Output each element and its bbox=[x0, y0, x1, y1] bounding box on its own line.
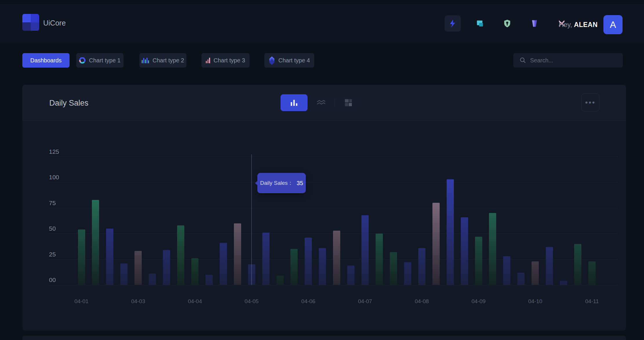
card-menu-button[interactable]: ••• bbox=[581, 93, 599, 111]
app-logo[interactable] bbox=[22, 14, 39, 31]
donut-chart-icon bbox=[79, 57, 85, 64]
x-axis-tick-label: 04-06 bbox=[294, 298, 323, 305]
x-axis-tick-label: 04-03 bbox=[124, 298, 153, 305]
nav-chart-type-1-label: Chart type 1 bbox=[89, 57, 121, 64]
search-input[interactable] bbox=[530, 57, 611, 64]
avatar[interactable]: A bbox=[603, 15, 623, 34]
next-card-sliver bbox=[22, 336, 626, 340]
y-gridline bbox=[49, 208, 618, 208]
stacked-layers-icon bbox=[269, 57, 275, 64]
chart-bar[interactable] bbox=[461, 217, 468, 285]
y-gridline bbox=[49, 182, 618, 182]
chart-bar[interactable] bbox=[347, 265, 354, 285]
nav-chart-type-1[interactable]: Chart type 1 bbox=[76, 53, 123, 68]
y-axis-tick-label: 00 bbox=[49, 276, 69, 283]
chart-bar[interactable] bbox=[390, 252, 397, 285]
layers-teal-icon[interactable] bbox=[472, 15, 488, 32]
nav-dashboards-label: Dashboards bbox=[30, 57, 62, 64]
y-axis-tick-label: 75 bbox=[49, 200, 69, 207]
tooltip-label: Daily Sales： bbox=[260, 179, 293, 187]
logo-quadrant bbox=[31, 22, 39, 31]
x-axis-tick-label: 04-08 bbox=[407, 298, 436, 305]
chart-bar[interactable] bbox=[376, 234, 383, 285]
y-axis-tick-label: 50 bbox=[49, 225, 69, 232]
chart-bar[interactable] bbox=[134, 251, 142, 285]
chart-bar[interactable] bbox=[404, 262, 411, 285]
nav-chart-type-2[interactable]: Chart type 2 bbox=[139, 53, 186, 68]
chart-tooltip: Daily Sales：35 bbox=[257, 173, 306, 193]
chart-bar[interactable] bbox=[262, 233, 270, 285]
chart-bar[interactable] bbox=[191, 258, 199, 285]
header-icon-row bbox=[445, 12, 570, 35]
bolt-icon[interactable] bbox=[445, 15, 461, 32]
chart-bar[interactable] bbox=[546, 247, 553, 285]
chart-bar[interactable] bbox=[78, 229, 85, 285]
chart-bar[interactable] bbox=[234, 223, 241, 285]
y-axis-tick-label: 25 bbox=[49, 251, 69, 258]
search-icon bbox=[520, 57, 526, 64]
rising-bars-icon bbox=[206, 57, 210, 63]
x-axis-tick-label: 04-07 bbox=[351, 298, 380, 305]
toggle-grid-view[interactable] bbox=[335, 94, 362, 111]
chart-bar[interactable] bbox=[319, 248, 326, 285]
chart-bar[interactable] bbox=[120, 263, 128, 285]
y-gridline bbox=[49, 285, 618, 285]
chart-bar[interactable] bbox=[163, 250, 170, 285]
card-header: Daily Sales bbox=[22, 85, 626, 121]
chart-bar[interactable] bbox=[205, 275, 213, 285]
chart-bar[interactable] bbox=[305, 238, 312, 285]
chart-bar[interactable] bbox=[333, 231, 340, 285]
chart-bar[interactable] bbox=[220, 243, 227, 285]
bar-chart-icon bbox=[291, 100, 297, 106]
x-axis-tick-label: 04-10 bbox=[521, 298, 550, 305]
nav-chart-type-4[interactable]: Chart type 4 bbox=[264, 53, 314, 68]
app-header: UiCore bbox=[0, 4, 644, 43]
y-axis-tick-label: 100 bbox=[49, 174, 69, 181]
bar-chart-icon bbox=[142, 57, 149, 63]
line-chart-icon bbox=[316, 100, 326, 106]
nav-dashboards[interactable]: Dashboards bbox=[22, 53, 70, 68]
nav-chart-type-2-label: Chart type 2 bbox=[152, 57, 184, 64]
chart-bar[interactable] bbox=[489, 213, 496, 285]
chart-bar[interactable] bbox=[574, 244, 581, 285]
shield-icon[interactable] bbox=[499, 15, 515, 32]
grid-chart-icon bbox=[345, 99, 352, 106]
y-gridline bbox=[49, 157, 618, 157]
x-axis-tick-label: 04-05 bbox=[237, 298, 266, 305]
chart-bar[interactable] bbox=[361, 215, 369, 285]
greeting-prefix: Hey, bbox=[559, 21, 572, 28]
greeting: Hey, ALEAN bbox=[559, 21, 598, 29]
chart-bar[interactable] bbox=[177, 225, 184, 285]
toggle-bar-view[interactable] bbox=[281, 94, 308, 111]
chart-bar[interactable] bbox=[532, 261, 539, 285]
chart-bar[interactable] bbox=[418, 248, 425, 285]
tooltip-value: 35 bbox=[297, 180, 303, 187]
chart-bar[interactable] bbox=[276, 276, 284, 285]
toggle-line-view[interactable] bbox=[308, 94, 334, 111]
chart-bar[interactable] bbox=[432, 203, 440, 285]
chart-bar[interactable] bbox=[475, 237, 482, 285]
nav-chart-type-3-label: Chart type 3 bbox=[214, 57, 245, 64]
chart-bar[interactable] bbox=[106, 229, 113, 285]
chart-bar[interactable] bbox=[560, 281, 567, 285]
goblet-purple-icon[interactable] bbox=[526, 15, 543, 32]
logo-quadrant bbox=[22, 22, 31, 31]
chart-bar[interactable] bbox=[92, 200, 99, 285]
chart-bar[interactable] bbox=[588, 261, 596, 285]
chart-bar[interactable] bbox=[503, 256, 510, 285]
chart-bar[interactable] bbox=[517, 273, 525, 285]
chart-plot: 0025507510012504-0104-0304-0404-0504-060… bbox=[22, 121, 626, 331]
axis-pointer-line bbox=[251, 154, 252, 285]
chart-bar[interactable] bbox=[290, 249, 298, 285]
brand-name: UiCore bbox=[43, 18, 66, 28]
nav-chart-type-4-label: Chart type 4 bbox=[279, 57, 310, 64]
chart-view-toggle bbox=[281, 94, 362, 111]
x-axis-tick-label: 04-11 bbox=[577, 298, 606, 305]
chart-bar[interactable] bbox=[447, 179, 454, 285]
nav-chart-type-3[interactable]: Chart type 3 bbox=[201, 53, 250, 68]
chart-bar[interactable] bbox=[149, 274, 156, 285]
logo-quadrant bbox=[31, 14, 39, 22]
x-axis-tick-label: 04-04 bbox=[180, 298, 209, 305]
x-axis-tick-label: 04-09 bbox=[464, 298, 493, 305]
x-axis-tick-label: 04-01 bbox=[67, 298, 96, 305]
